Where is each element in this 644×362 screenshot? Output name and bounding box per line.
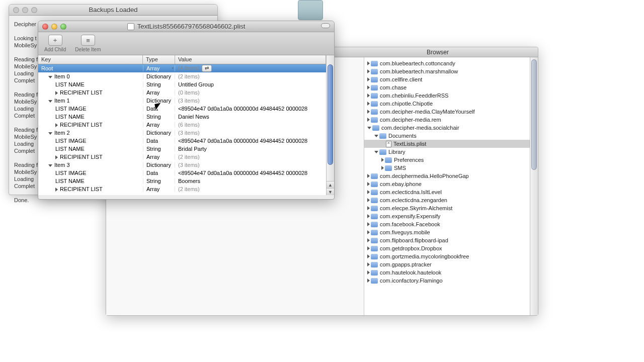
chevron-down-icon[interactable] — [374, 151, 378, 153]
browser-scrollbar[interactable]: ▲ ▼ — [530, 57, 538, 315]
chevron-right-icon[interactable] — [367, 279, 370, 283]
tree-row[interactable]: com.chebinliu.FeeddlerRSS — [364, 92, 530, 100]
tree-row[interactable]: com.ebay.iphone — [364, 180, 530, 188]
tree-row[interactable]: com.bluebeartech.marshmallow — [364, 67, 530, 75]
plist-row[interactable]: LIST NAMEStringDaniel News — [38, 113, 326, 121]
value-label: (3 items) — [178, 98, 200, 104]
chevron-right-icon[interactable] — [367, 230, 370, 234]
chevron-right-icon[interactable] — [367, 77, 370, 81]
delete-item-button[interactable]: ≡ Delete Item — [75, 35, 101, 52]
scroll-up-icon[interactable]: ▲ — [327, 181, 334, 188]
chevron-right-icon[interactable] — [367, 190, 370, 194]
plist-row[interactable]: Item 0Dictionary(2 items) — [38, 72, 326, 80]
chevron-right-icon[interactable] — [367, 61, 370, 65]
chevron-right-icon[interactable] — [367, 69, 370, 73]
tree-row[interactable]: com.getdropbox.Dropbox — [364, 244, 530, 252]
chevron-right-icon[interactable] — [367, 222, 370, 226]
plist-row[interactable]: Item 3Dictionary(3 items) — [38, 161, 326, 169]
plist-row[interactable]: RECIPIENT LISTArray(0 items) — [38, 88, 326, 97]
tree-row[interactable]: com.decipher-media.ClayMateYourself — [364, 108, 530, 116]
tree-row[interactable]: com.eclecticdna.IsItLevel — [364, 188, 530, 196]
plist-titlebar[interactable]: TextLists8556667976568046602.plist — [38, 21, 334, 32]
chevron-right-icon[interactable] — [367, 118, 370, 122]
chevron-right-icon[interactable] — [367, 198, 370, 202]
folder-icon — [371, 182, 378, 187]
plist-row[interactable]: RECIPIENT LISTArray(2 items) — [38, 153, 326, 161]
chevron-right-icon[interactable] — [55, 91, 58, 95]
toolbar-pill-icon[interactable] — [321, 23, 330, 28]
plist-row[interactable]: LIST IMAGEData<89504e47 0d0a1a0a 0000000… — [38, 137, 326, 145]
type-label[interactable]: Array — [143, 65, 175, 71]
chevron-right-icon[interactable] — [367, 270, 370, 275]
tree-row[interactable]: com.decipher-media.socialchair — [364, 124, 530, 132]
tree-row[interactable]: com.cellfire.client — [364, 75, 530, 83]
add-child-button[interactable]: ＋ Add Child — [44, 35, 66, 52]
tree-row[interactable]: Documents — [364, 132, 530, 140]
folder-icon — [371, 270, 378, 276]
tree-row[interactable]: com.chipotle.Chipotle — [364, 100, 530, 108]
column-value[interactable]: Value — [175, 55, 326, 64]
column-key[interactable]: Key — [38, 55, 143, 64]
chevron-right-icon[interactable] — [367, 214, 370, 218]
value-stepper-icon[interactable]: ⇄ — [202, 65, 212, 72]
chevron-right-icon[interactable] — [367, 85, 370, 89]
plist-row[interactable]: Item 2Dictionary(3 items) — [38, 129, 326, 137]
chevron-down-icon[interactable] — [48, 100, 52, 103]
chevron-down-icon[interactable] — [367, 127, 371, 129]
chevron-right-icon[interactable] — [367, 206, 370, 210]
plist-row[interactable]: LIST NAMEStringBoomers — [38, 177, 326, 185]
chevron-down-icon[interactable] — [374, 135, 378, 137]
chevron-right-icon[interactable] — [55, 188, 58, 192]
chevron-down-icon[interactable] — [48, 164, 52, 167]
chevron-right-icon[interactable] — [367, 238, 370, 242]
chevron-right-icon[interactable] — [381, 158, 384, 162]
tree-row[interactable]: com.decipher-media.rem — [364, 116, 530, 124]
plist-row[interactable]: LIST IMAGEData<89504e47 0d0a1a0a 0000000… — [38, 105, 326, 113]
plist-row[interactable]: LIST NAMEStringBridal Party — [38, 145, 326, 153]
chevron-down-icon[interactable] — [48, 76, 52, 78]
tree-row[interactable]: com.gpapps.ptracker — [364, 260, 530, 268]
chevron-right-icon[interactable] — [55, 123, 58, 127]
plist-row[interactable]: RECIPIENT LISTArray(2 items) — [38, 185, 326, 193]
chevron-right-icon[interactable] — [367, 262, 370, 266]
chevron-right-icon[interactable] — [367, 102, 370, 106]
plist-header-row[interactable]: Key Type Value — [38, 55, 326, 64]
chevron-right-icon[interactable] — [367, 254, 370, 258]
tree-row[interactable]: TextLists.plist — [364, 140, 530, 148]
chevron-right-icon[interactable] — [55, 155, 58, 159]
tree-row[interactable]: com.bluebeartech.cottoncandy — [364, 59, 530, 67]
tree-row[interactable]: com.fiveguys.mobile — [364, 228, 530, 236]
tree-row[interactable]: com.expensify.Expensify — [364, 212, 530, 220]
chevron-right-icon[interactable] — [367, 94, 370, 98]
tree-row[interactable]: com.iconfactory.Flamingo — [364, 277, 530, 285]
tree-row[interactable]: SMS — [364, 164, 530, 172]
tree-row[interactable]: com.flipboard.flipboard-ipad — [364, 236, 530, 244]
chevron-right-icon[interactable] — [367, 182, 370, 186]
tree-label: com.gpapps.ptracker — [380, 261, 432, 267]
chevron-right-icon[interactable] — [367, 110, 370, 114]
column-type[interactable]: Type — [143, 55, 175, 64]
chevron-down-icon[interactable] — [48, 132, 52, 135]
tree-row[interactable]: com.gortzmedia.mycoloringbookfree — [364, 252, 530, 260]
plist-row[interactable]: RECIPIENT LISTArray(6 items) — [38, 121, 326, 129]
plist-scroll-thumb[interactable] — [328, 64, 333, 165]
backups-titlebar[interactable]: Backups Loaded — [9, 5, 217, 16]
plist-row[interactable]: LIST NAMEStringUntitled Group — [38, 80, 326, 88]
chevron-right-icon[interactable] — [367, 246, 370, 250]
tree-row[interactable]: com.hautelook.hautelook — [364, 268, 530, 277]
tree-row[interactable]: com.eclecticdna.zengarden — [364, 196, 530, 204]
browser-scroll-thumb[interactable] — [531, 59, 537, 170]
tree-row[interactable]: com.deciphermedia.HelloPhoneGap — [364, 172, 530, 180]
plist-row[interactable]: RootArray(4 items)⇄ — [38, 64, 326, 72]
plist-row[interactable]: LIST IMAGEData<89504e47 0d0a1a0a 0000000… — [38, 169, 326, 177]
tree-row[interactable]: Library — [364, 148, 530, 156]
chevron-right-icon[interactable] — [381, 166, 384, 170]
scroll-down-icon[interactable]: ▼ — [327, 188, 334, 195]
chevron-right-icon[interactable] — [367, 174, 370, 178]
plist-row[interactable]: Item 1Dictionary(3 items) — [38, 97, 326, 105]
plist-scrollbar[interactable]: ▲ ▼ — [326, 55, 334, 195]
tree-row[interactable]: com.facebook.Facebook — [364, 220, 530, 228]
tree-row[interactable]: com.chase — [364, 83, 530, 92]
tree-row[interactable]: com.elecpe.Skyrim-Alchemist — [364, 204, 530, 212]
tree-row[interactable]: Preferences — [364, 156, 530, 164]
